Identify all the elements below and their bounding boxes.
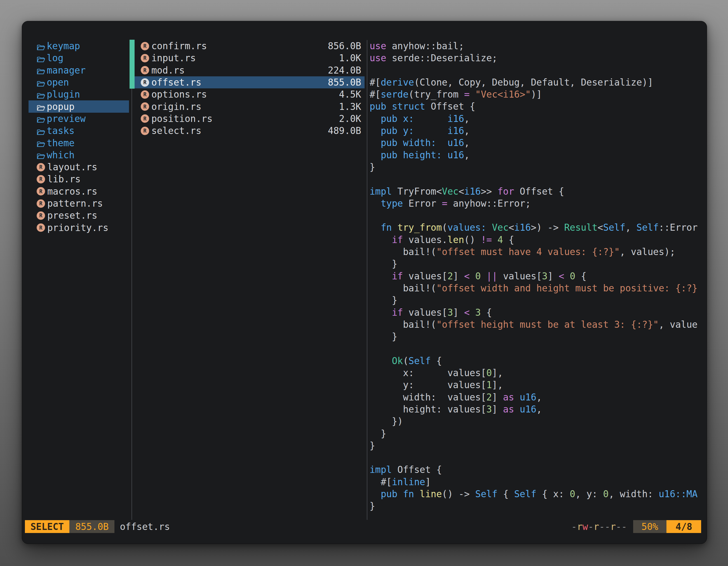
mode-badge: SELECT: [25, 520, 69, 533]
code-line: }: [370, 294, 703, 306]
code-line: #[serde(try_from = "Vec<i16>")]: [370, 88, 703, 100]
file-item-layout-rs[interactable]: Rlayout.rs: [29, 161, 129, 173]
dir-name-label: tasks: [47, 125, 74, 136]
file-name-label: options.rs: [151, 89, 339, 100]
file-item-lib-rs[interactable]: Rlib.rs: [29, 173, 129, 185]
pane-separator-right: [367, 40, 367, 520]
dir-item-log[interactable]: log: [29, 52, 129, 64]
file-size-label: 1.0K: [339, 53, 361, 64]
dir-item-keymap[interactable]: keymap: [29, 40, 129, 52]
open-folder-icon: [37, 103, 45, 110]
code-line: }: [370, 500, 703, 512]
file-name-label: layout.rs: [47, 162, 97, 173]
file-item-origin-rs[interactable]: Rorigin.rs1.3K: [135, 100, 365, 112]
code-line: [370, 173, 703, 185]
file-permissions: -rw-r--r--: [571, 521, 627, 532]
file-item-input-rs[interactable]: Rinput.rs1.0K: [135, 52, 365, 64]
file-item-options-rs[interactable]: Roptions.rs4.5K: [135, 88, 365, 100]
file-item-position-rs[interactable]: Rposition.rs2.0K: [135, 113, 365, 125]
code-line: bail!("offset height must be at least 3:…: [370, 318, 703, 330]
file-name-label: lib.rs: [47, 174, 81, 185]
parent-directory-pane: keymaplogmanageropenpluginpopuppreviewta…: [29, 40, 129, 234]
code-line: width: values[2] as u16,: [370, 391, 703, 403]
open-folder-icon: [37, 79, 45, 86]
code-line: pub y: i16,: [370, 125, 703, 137]
file-name-label: position.rs: [151, 113, 339, 124]
dir-name-label: open: [47, 77, 69, 88]
rust-file-icon: R: [141, 90, 149, 99]
file-item-mod-rs[interactable]: Rmod.rs224.0B: [135, 64, 365, 76]
code-line: if values.len() != 4 {: [370, 234, 703, 246]
visual-selection-marker: [130, 40, 135, 89]
open-folder-icon: [37, 43, 45, 50]
dir-name-label: preview: [47, 113, 86, 124]
code-line: bail!("offset width and height must be p…: [370, 282, 703, 294]
rust-file-icon: R: [141, 66, 149, 74]
rust-file-icon: R: [37, 200, 45, 208]
file-size-label: 856.0B: [328, 41, 361, 51]
code-line: type Error = anyhow::Error;: [370, 198, 703, 210]
dir-item-plugin[interactable]: plugin: [29, 88, 129, 100]
code-line: [370, 342, 703, 354]
file-size-badge: 855.0B: [69, 520, 114, 533]
file-name-label: offset.rs: [151, 77, 328, 88]
file-size-label: 489.0B: [328, 125, 361, 136]
code-line: Ok(Self {: [370, 355, 703, 367]
open-folder-icon: [37, 55, 45, 62]
dir-item-popup[interactable]: popup: [29, 100, 129, 112]
file-item-priority-rs[interactable]: Rpriority.rs: [29, 222, 129, 234]
status-bar-right: -rw-r--r-- 50% 4/8: [571, 520, 701, 533]
file-item-confirm-rs[interactable]: Rconfirm.rs856.0B: [135, 40, 365, 52]
file-name-label: origin.rs: [151, 101, 339, 112]
code-line: }): [370, 415, 703, 427]
code-line: }: [370, 161, 703, 173]
code-line: bail!("offset must have 4 values: {:?}",…: [370, 246, 703, 258]
file-size-label: 224.0B: [328, 65, 361, 76]
desktop-background: keymaplogmanageropenpluginpopuppreviewta…: [0, 0, 728, 566]
dir-item-preview[interactable]: preview: [29, 113, 129, 125]
code-line: pub struct Offset {: [370, 100, 703, 112]
dir-item-manager[interactable]: manager: [29, 64, 129, 76]
dir-name-label: which: [47, 150, 74, 161]
code-line: impl TryFrom<Vec<i16>> for Offset {: [370, 186, 703, 198]
file-size-label: 2.0K: [339, 113, 361, 124]
open-folder-icon: [37, 91, 45, 98]
file-item-pattern-rs[interactable]: Rpattern.rs: [29, 198, 129, 210]
dir-name-label: manager: [47, 65, 86, 76]
file-size-label: 855.0B: [328, 77, 361, 88]
dir-item-open[interactable]: open: [29, 76, 129, 88]
yazi-file-manager-window: keymaplogmanageropenpluginpopuppreviewta…: [22, 21, 707, 544]
file-item-macros-rs[interactable]: Rmacros.rs: [29, 186, 129, 198]
dir-name-label: theme: [47, 138, 74, 149]
code-line: use serde::Deserialize;: [370, 52, 703, 64]
code-line: if values[2] < 0 || values[3] < 0 {: [370, 270, 703, 282]
open-folder-icon: [37, 139, 45, 147]
file-name-label: confirm.rs: [151, 41, 328, 51]
dir-name-label: keymap: [47, 41, 80, 51]
file-size-label: 4.5K: [339, 89, 361, 100]
code-line: pub fn line() -> Self { Self { x: 0, y: …: [370, 488, 703, 500]
rust-file-icon: R: [37, 212, 45, 220]
file-name-label: pattern.rs: [47, 198, 103, 209]
hovered-file-name: offset.rs: [120, 521, 170, 532]
code-line: if values[3] < 3 {: [370, 306, 703, 318]
open-folder-icon: [37, 127, 45, 135]
open-folder-icon: [37, 151, 45, 159]
cursor-position-badge: 4/8: [666, 520, 701, 533]
code-line: [370, 64, 703, 76]
file-name-label: mod.rs: [151, 65, 328, 76]
dir-item-theme[interactable]: theme: [29, 137, 129, 149]
scroll-percent-badge: 50%: [633, 520, 667, 533]
pane-separator-left: [131, 40, 132, 520]
dir-item-which[interactable]: which: [29, 149, 129, 161]
file-item-offset-rs[interactable]: Roffset.rs855.0B: [135, 76, 365, 88]
file-item-preset-rs[interactable]: Rpreset.rs: [29, 210, 129, 222]
code-line: use anyhow::bail;: [370, 40, 703, 52]
code-line: impl Offset {: [370, 464, 703, 476]
code-line: }: [370, 258, 703, 270]
rust-file-icon: R: [37, 187, 45, 196]
dir-name-label: plugin: [47, 89, 80, 100]
file-item-select-rs[interactable]: Rselect.rs489.0B: [135, 125, 365, 137]
file-size-label: 1.3K: [339, 101, 361, 112]
dir-item-tasks[interactable]: tasks: [29, 125, 129, 137]
